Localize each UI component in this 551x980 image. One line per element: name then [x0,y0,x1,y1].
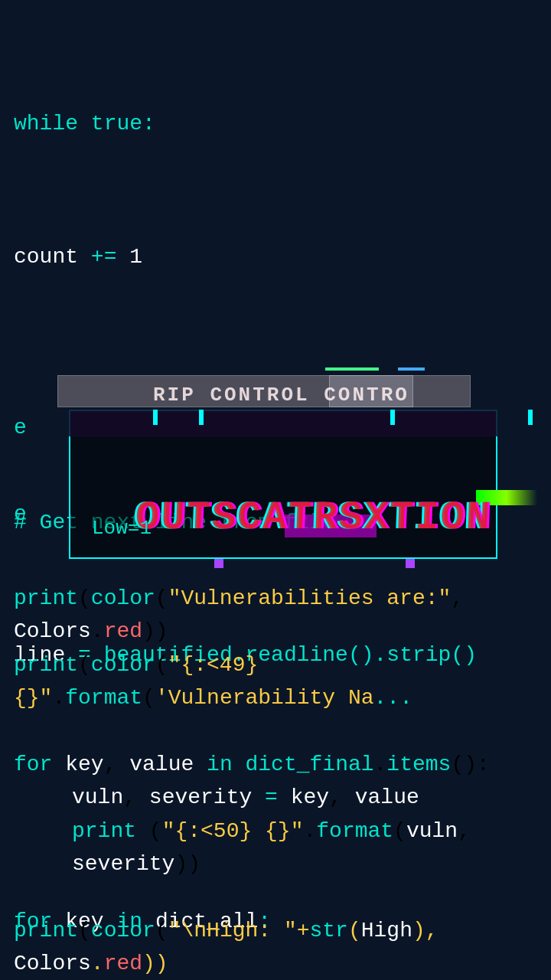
bl1: print(color("Vulnerabilities are:", Colo… [14,582,551,648]
line-while: while true: [0,107,551,140]
bl8: print(color("\nHigh: "+str(High), Colors… [14,914,551,980]
line-blank1 [0,373,551,406]
bl5: vuln, severity = key, value [14,781,551,814]
bl2: print(color("{:<49} {}".format('Vulnerab… [14,648,551,715]
bl6: print ("{:<50} {}".format(vuln, severity… [14,815,551,881]
bl7 [14,881,551,914]
bl4: for key, value in dict_final.items(): [14,748,551,781]
bottom-code: print(color("Vulnerabilities are:", Colo… [0,582,551,980]
line-comment1: # Get next line from file [0,506,551,539]
line-count: count += 1 [0,240,551,273]
bl3 [14,715,551,748]
code-editor: while true: count += 1 # Get next line f… [0,0,551,980]
